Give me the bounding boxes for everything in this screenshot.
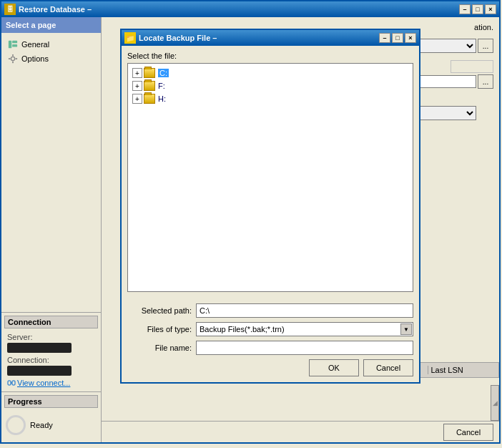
tree-expand-c[interactable]: +	[132, 68, 142, 78]
folder-icon-c	[144, 68, 155, 78]
locate-footer: Selected path: Files of type: Backup Fil…	[122, 303, 419, 382]
progress-content: Ready	[4, 411, 98, 439]
selected-path-row: Selected path:	[127, 303, 413, 318]
cancel-button[interactable]: Cancel	[363, 359, 413, 376]
right-area: ation. ... ...	[102, 17, 499, 442]
locate-controls: – □ ×	[379, 33, 416, 43]
dialog-buttons: OK Cancel	[127, 359, 413, 376]
bg-browse-btn[interactable]: ...	[478, 39, 493, 53]
bg-btn1[interactable]: ...	[478, 74, 493, 89]
tree-label-c: C:	[158, 69, 169, 77]
svg-rect-7	[16, 58, 18, 59]
bottom-bar: Cancel	[102, 421, 499, 442]
svg-rect-8	[8, 381, 11, 385]
files-type-select[interactable]: Backup Files(*.bak;*.trn) All Files(*.*)	[196, 322, 413, 336]
select-file-label: Select the file:	[127, 52, 413, 60]
ok-button[interactable]: OK	[309, 359, 359, 376]
connection-section-title: Connection	[4, 316, 98, 328]
sidebar-item-options[interactable]: Options	[4, 52, 98, 66]
main-body: Select a page General	[1, 17, 499, 442]
file-name-input[interactable]	[196, 341, 413, 355]
bg-checkbox-area	[451, 60, 493, 73]
locate-maximize[interactable]: □	[392, 33, 403, 43]
view-connect-link[interactable]: View connect...	[7, 379, 95, 387]
select-page-label: Select a page	[6, 21, 56, 29]
tree-item-h[interactable]: + H:	[131, 92, 410, 105]
view-connect-text: View connect...	[17, 379, 70, 387]
bg-controls: ...	[419, 74, 493, 120]
selected-path-input[interactable]	[196, 303, 413, 318]
files-type-row: Files of type: Backup Files(*.bak;*.trn)…	[127, 322, 413, 336]
options-label: Options	[21, 54, 49, 63]
main-window-icon: 🗄	[4, 4, 16, 15]
progress-spinner	[6, 415, 26, 435]
file-tree[interactable]: + C: + F: +	[127, 63, 413, 292]
locate-minimize[interactable]: –	[379, 33, 390, 43]
server-value	[7, 343, 72, 353]
locate-body: Select the file: + C: + F:	[122, 46, 419, 303]
svg-rect-1	[12, 41, 17, 44]
svg-rect-2	[12, 44, 17, 47]
connection-value	[7, 366, 72, 376]
connection-label: Connection:	[7, 356, 95, 364]
selected-path-label: Selected path:	[127, 306, 192, 315]
tree-expand-f[interactable]: +	[132, 81, 142, 91]
left-panel: Select a page General	[1, 17, 102, 442]
tree-item-c[interactable]: + C:	[131, 67, 410, 79]
locate-close[interactable]: ×	[405, 33, 416, 43]
file-name-label: File name:	[127, 344, 192, 352]
svg-rect-6	[9, 58, 11, 59]
tree-label-f: F:	[158, 82, 165, 90]
progress-section-title: Progress	[4, 395, 98, 408]
files-type-label: Files of type:	[127, 325, 192, 333]
options-icon	[7, 53, 19, 64]
main-window: 🗄 Restore Database – – □ × Select a page	[0, 0, 501, 444]
tree-item-f[interactable]: + F:	[131, 79, 410, 92]
tree-expand-h[interactable]: +	[132, 94, 142, 104]
bg-row2	[451, 60, 493, 73]
bg-select2[interactable]	[419, 106, 476, 120]
main-cancel-button[interactable]: Cancel	[443, 424, 493, 441]
link-icon	[7, 379, 16, 387]
minimize-btn[interactable]: –	[459, 4, 471, 14]
files-type-select-wrapper: Backup Files(*.bak;*.trn) All Files(*.*)…	[196, 322, 413, 336]
svg-rect-9	[12, 381, 15, 385]
main-titlebar: 🗄 Restore Database – – □ ×	[1, 1, 499, 17]
svg-point-3	[11, 57, 14, 60]
svg-rect-0	[9, 41, 11, 49]
folder-icon-f	[144, 81, 155, 91]
col-last-lsn: Last LSN	[428, 366, 499, 374]
folder-icon-h	[144, 94, 155, 104]
file-name-row: File name:	[127, 341, 413, 355]
server-label: Server:	[7, 333, 95, 341]
bg-input1[interactable]	[419, 75, 476, 88]
general-icon	[7, 39, 19, 50]
tree-label-h: H:	[158, 94, 166, 103]
progress-status: Ready	[30, 421, 53, 429]
general-label: General	[21, 40, 49, 49]
locate-icon: 📁	[124, 32, 136, 44]
maximize-btn[interactable]: □	[472, 4, 483, 14]
locate-dialog: 📁 Locate Backup File – – □ × Select the …	[120, 29, 420, 384]
select-page-header: Select a page	[1, 17, 101, 33]
bg-desc: ation.	[474, 23, 493, 31]
locate-titlebar: 📁 Locate Backup File – – □ ×	[122, 30, 419, 46]
svg-rect-4	[12, 54, 14, 57]
connection-section: Connection Server: Connection: View conn…	[1, 312, 101, 391]
page-items-list: General Options	[1, 33, 101, 312]
sidebar-item-general[interactable]: General	[4, 37, 98, 52]
connection-info: Server: Connection: View connect...	[4, 331, 98, 389]
svg-rect-5	[12, 62, 14, 64]
progress-section: Progress Ready	[1, 391, 101, 442]
locate-title: Locate Backup File –	[139, 34, 217, 42]
main-window-title: Restore Database –	[19, 5, 92, 14]
main-window-controls: – □ ×	[459, 4, 496, 14]
resize-grip: ◢	[493, 399, 498, 406]
close-btn[interactable]: ×	[485, 4, 496, 14]
